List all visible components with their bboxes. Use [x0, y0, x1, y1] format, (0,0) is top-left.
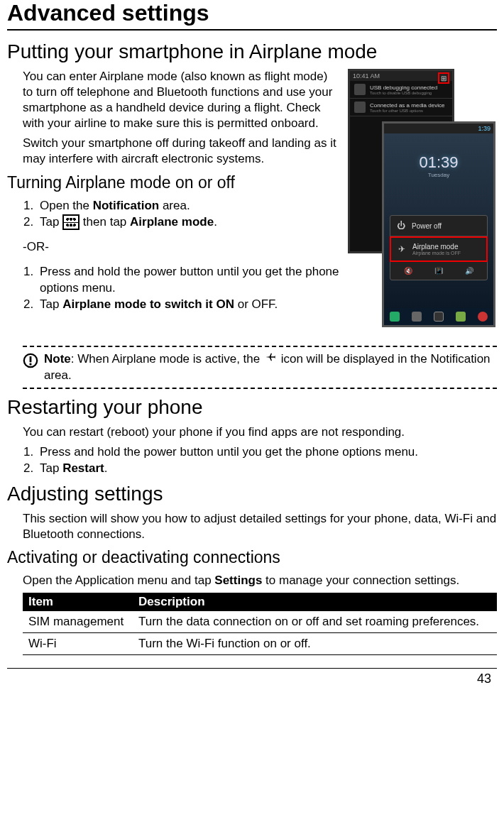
sound-options-row: 🔇 📳 🔊: [390, 262, 487, 280]
table-cell-desc: Turn the Wi-Fi function on or off.: [133, 632, 497, 654]
connection-settings-table: Item Description SIM management Turn the…: [23, 593, 497, 655]
svg-rect-1: [30, 356, 32, 362]
option-label: Airplane mode: [412, 243, 458, 251]
media-icon: [354, 102, 366, 113]
text: : When Airplane mode is active, the: [71, 352, 263, 366]
note-text: Note: When Airplane mode is active, the …: [44, 351, 497, 383]
text: to manage your connection settings.: [262, 574, 459, 587]
text-bold: Airplane mode: [130, 215, 214, 229]
svg-point-2: [29, 363, 31, 365]
paragraph-text: You can restart (reboot) your phone if y…: [23, 424, 497, 440]
page-title: Advanced settings: [7, 0, 497, 31]
usb-icon: [354, 84, 366, 95]
text: Tap: [40, 215, 62, 229]
option-sublabel: Airplane mode is OFF: [412, 251, 461, 256]
text: Open the Application menu and tap: [23, 574, 214, 587]
page-number: 43: [7, 668, 497, 686]
grid-icon: ⊞: [441, 75, 447, 82]
lockscreen-date: Tuesday: [384, 172, 493, 178]
messaging-app-icon: [456, 312, 466, 322]
airplane-icon: [263, 351, 278, 367]
table-cell-item: SIM management: [23, 611, 133, 633]
notification-row-media-device: Connected as a media device Touch for ot…: [350, 99, 452, 116]
table-row: Wi-Fi Turn the Wi-Fi function on or off.: [23, 632, 497, 654]
notification-title: USB debugging connected: [370, 84, 437, 91]
note-alert-icon: [23, 353, 38, 368]
text: .: [104, 461, 108, 475]
notification-subtitle: Touch for other USB options: [370, 109, 444, 113]
notification-title: Connected as a media device: [370, 102, 444, 109]
phone-app-icon: [390, 312, 400, 322]
highlighted-statusbar-icon: ⊞: [438, 72, 449, 84]
text-bold: Restart: [62, 461, 104, 475]
table-cell-item: Wi-Fi: [23, 632, 133, 654]
lockscreen-clock: 01:39: [384, 133, 493, 172]
phone-screenshots: 10:41 AM ⊞ USB debugging connected Touch…: [348, 69, 497, 339]
steps-list-restart: Press and hold the power button until yo…: [37, 444, 497, 477]
dock-bar: [384, 308, 493, 325]
airplane-mode-option-highlighted: ✈ Airplane mode Airplane mode is OFF: [390, 236, 488, 262]
step-item: Press and hold the power button until yo…: [37, 444, 497, 461]
power-options-menu: ⏻ Power off ✈ Airplane mode Airplane mod…: [390, 215, 488, 280]
text: area.: [159, 199, 190, 212]
notification-row-usb-debug: USB debugging connected Touch to disable…: [350, 81, 452, 99]
section-heading-airplane: Putting your smartphone in Airplane mode: [7, 40, 497, 63]
text-bold: Settings: [214, 574, 262, 587]
table-row: SIM management Turn the data connection …: [23, 611, 497, 633]
statusbar-time: 1:39: [478, 125, 491, 132]
power-icon: ⏻: [396, 221, 406, 231]
apps-grid-icon: [434, 312, 444, 322]
paragraph-text: This section will show you how to adjust…: [23, 511, 497, 542]
step-item: Tap Restart.: [37, 461, 497, 477]
statusbar-time: 10:41 AM: [353, 72, 380, 79]
text-bold: Airplane mode to switch it ON: [62, 297, 234, 311]
phone-screenshot-power-menu: 1:39 01:39 Tuesday ⏻ Power off ✈ Airplan…: [382, 121, 495, 327]
text: Tap: [40, 297, 62, 311]
airplane-icon: ✈: [397, 244, 407, 254]
paragraph-text: Open the Application menu and tap Settin…: [23, 573, 497, 588]
notification-subtitle: Touch to disable USB debugging: [370, 91, 437, 95]
browser-app-icon: [478, 312, 488, 322]
text: then tap: [80, 215, 130, 229]
note-label: Note: [44, 352, 71, 366]
table-header-item: Item: [23, 593, 133, 611]
power-off-option: ⏻ Power off: [390, 216, 487, 236]
note-block: Note: When Airplane mode is active, the …: [23, 346, 497, 389]
vibrate-icon: 📳: [434, 267, 443, 275]
silent-icon: 🔇: [404, 267, 412, 275]
contacts-app-icon: [412, 312, 422, 322]
subsection-heading: Activating or deactivating connections: [7, 548, 497, 567]
option-label: Power off: [412, 222, 442, 230]
section-heading-adjust: Adjusting settings: [7, 483, 497, 505]
text: or OFF.: [234, 297, 278, 311]
text: Open the: [40, 199, 93, 212]
text: Tap: [40, 461, 62, 475]
apps-grid-icon: [62, 214, 80, 230]
table-header-description: Description: [133, 593, 497, 611]
sound-icon: 🔊: [465, 267, 473, 275]
text-bold: Notification: [93, 199, 160, 212]
text: .: [214, 215, 217, 229]
section-heading-restart: Restarting your phone: [7, 396, 497, 419]
table-cell-desc: Turn the data connection on or off and s…: [133, 611, 497, 633]
